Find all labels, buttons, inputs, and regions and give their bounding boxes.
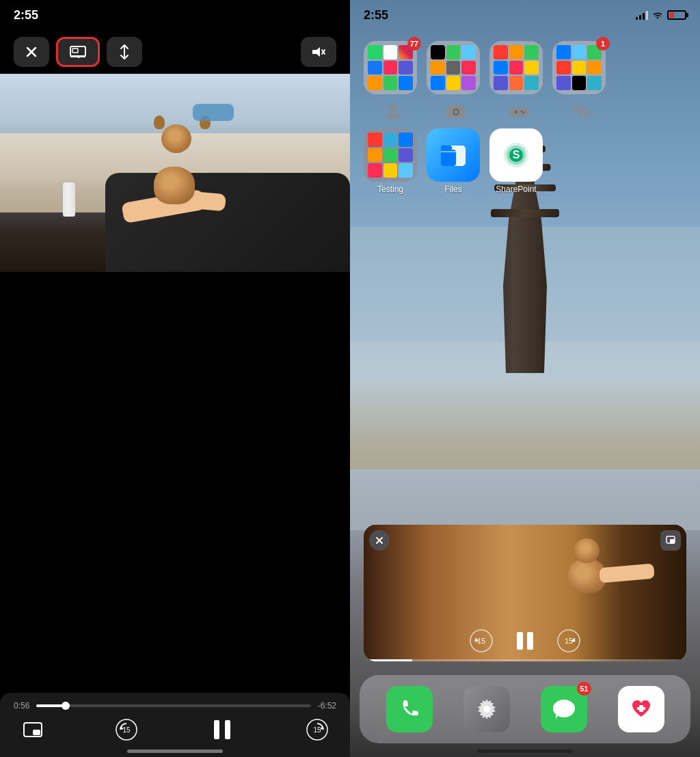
app-folder-1-wrapper[interactable]: 77 — [364, 41, 417, 94]
mini-app-7 — [368, 76, 382, 90]
svg-rect-14 — [225, 720, 230, 739]
mini-t6 — [399, 148, 413, 163]
pip-toggle-button[interactable] — [21, 717, 45, 742]
rewind-button[interactable]: 15 — [114, 717, 139, 742]
camera-icon-area — [429, 101, 483, 122]
mini-f4-1 — [556, 45, 571, 59]
app-folder-3[interactable] — [489, 41, 543, 94]
progress-container: 0:56 -6:52 — [14, 701, 336, 711]
messages-icon — [550, 696, 578, 722]
playback-buttons-row: 15 15 — [14, 716, 336, 743]
mini-app-8 — [383, 76, 398, 90]
mini-f4-8 — [572, 76, 587, 90]
close-button[interactable] — [14, 37, 49, 67]
mini-app-5 — [383, 61, 398, 75]
mini-f3-9 — [524, 76, 539, 90]
current-time: 0:56 — [14, 701, 29, 711]
mini-f2-1 — [431, 45, 445, 59]
svg-rect-21 — [453, 105, 459, 107]
volume-button[interactable] — [301, 37, 336, 67]
black-spacer — [0, 272, 350, 757]
app-row-3: Testing Files — [364, 128, 686, 194]
dock-health-button[interactable] — [618, 686, 664, 732]
pip-progress-fill — [364, 659, 412, 661]
mini-t2 — [383, 133, 398, 147]
resize-button[interactable] — [107, 37, 142, 67]
app-folder-2-wrapper[interactable] — [427, 41, 480, 94]
app-grid: 77 — [364, 41, 686, 208]
right-panel: 2:55 — [350, 0, 700, 757]
svg-point-26 — [523, 112, 525, 114]
game-icon-area — [492, 101, 546, 122]
mini-f3-4 — [494, 61, 508, 75]
sharepoint-app-wrapper[interactable]: S SharePoint — [489, 128, 543, 194]
forward-button[interactable]: 15 — [305, 717, 329, 742]
svg-marker-6 — [312, 47, 320, 57]
svg-rect-10 — [33, 730, 40, 735]
pip-playback-controls: 15 15 — [364, 620, 686, 661]
left-status-bar: 2:55 — [0, 0, 350, 30]
svg-rect-3 — [72, 49, 78, 53]
app-folder-3-wrapper[interactable] — [489, 41, 543, 94]
mini-t5 — [383, 148, 398, 163]
pip-expand-button[interactable] — [660, 530, 681, 551]
mini-facebook — [368, 61, 382, 75]
tools-icon — [571, 105, 593, 118]
pip-close-button[interactable] — [369, 530, 390, 551]
testing-folder[interactable] — [364, 128, 417, 182]
mini-f3-3 — [524, 45, 539, 59]
pip-rewind-button[interactable]: 15 — [469, 629, 494, 653]
svg-rect-40 — [670, 539, 675, 544]
health-icon — [628, 696, 654, 722]
pip-pause-button[interactable] — [514, 629, 536, 652]
row-icons-2 — [364, 101, 686, 122]
phone-icon — [396, 696, 422, 722]
person-icon-area — [366, 101, 420, 122]
camera-icon — [446, 104, 466, 119]
tools-icon-area — [555, 101, 608, 122]
files-app-wrapper[interactable]: Files — [427, 128, 480, 194]
svg-point-17 — [390, 105, 396, 111]
left-panel: 2:55 — [0, 0, 350, 757]
dock-settings-button[interactable] — [463, 686, 510, 732]
pip-top-controls — [369, 530, 681, 551]
screen-mode-button[interactable] — [56, 37, 100, 67]
app-folder-4[interactable]: 1 — [552, 41, 606, 94]
mini-f3-7 — [494, 76, 508, 90]
svg-point-25 — [521, 111, 523, 113]
sharepoint-app[interactable]: S — [489, 128, 543, 182]
app-folder-2[interactable] — [427, 41, 480, 94]
app-folder-1[interactable]: 77 — [364, 41, 417, 94]
files-app[interactable] — [427, 128, 480, 182]
svg-point-20 — [454, 110, 458, 114]
app-row-1: 77 — [364, 41, 686, 94]
dock-phone-button[interactable] — [386, 686, 433, 732]
mini-f3-1 — [494, 45, 508, 59]
sharepoint-label: SharePoint — [496, 184, 536, 194]
wifi-icon — [652, 11, 663, 19]
right-home-indicator — [477, 749, 573, 753]
left-time: 2:55 — [14, 8, 38, 23]
dock-messages-button[interactable]: 51 — [541, 686, 587, 732]
status-icons-right — [636, 10, 686, 20]
app-folder-4-wrapper[interactable]: 1 — [552, 41, 606, 94]
remaining-time: -6:52 — [318, 701, 336, 711]
mini-f4-7 — [556, 76, 571, 90]
messages-badge: 51 — [577, 682, 591, 696]
svg-rect-22 — [509, 107, 528, 117]
mini-f2-2 — [446, 45, 461, 59]
signal-bar-1 — [636, 17, 638, 20]
mini-t3 — [399, 133, 413, 147]
testing-label: Testing — [377, 184, 403, 194]
progress-track[interactable] — [36, 704, 310, 707]
pause-button[interactable] — [208, 716, 236, 743]
mini-whatsapp — [368, 45, 382, 59]
files-label: Files — [444, 184, 461, 194]
testing-folder-wrapper[interactable]: Testing — [364, 128, 417, 194]
pip-forward-button[interactable]: 15 — [556, 629, 581, 653]
ios-dock: 51 — [360, 675, 690, 743]
mini-t1 — [368, 133, 382, 147]
mini-f2-8 — [446, 76, 461, 90]
pip-progress-bar[interactable] — [364, 659, 686, 661]
mini-f3-8 — [509, 76, 524, 90]
